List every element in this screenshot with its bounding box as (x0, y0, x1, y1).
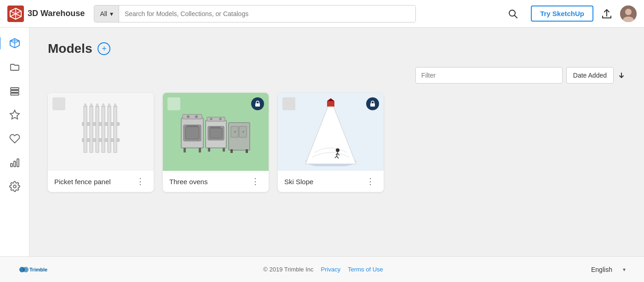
card-image-picket-fence (48, 93, 154, 171)
header: 3D Warehouse All ▾ Try SketchUp (0, 0, 644, 28)
svg-rect-15 (14, 161, 16, 167)
try-sketchup-button[interactable]: Try SketchUp (531, 6, 593, 22)
model-card-three-ovens[interactable]: Three ovens ⋮ (163, 93, 269, 192)
ski-slope-illustration (301, 97, 361, 166)
svg-point-44 (210, 118, 213, 120)
svg-marker-29 (108, 103, 111, 107)
avatar[interactable] (620, 6, 637, 22)
svg-marker-61 (327, 98, 334, 101)
date-added-button[interactable]: Date Added (566, 67, 614, 84)
card-thumbnail-placeholder (52, 97, 65, 110)
search-button[interactable] (502, 9, 523, 19)
card-title-ski-slope: Ski Slope (284, 178, 360, 186)
sidebar-item-liked[interactable] (5, 105, 25, 125)
card-menu-button-ski-slope[interactable]: ⋮ (363, 176, 377, 186)
footer-trimble: Trimble (18, 265, 55, 275)
three-ovens-illustration (179, 109, 253, 155)
card-menu-button-picket-fence[interactable]: ⋮ (133, 176, 147, 186)
model-card-ski-slope[interactable]: Ski Slope ⋮ (278, 93, 384, 192)
svg-rect-50 (223, 148, 225, 152)
sidebar-item-collections[interactable] (5, 57, 25, 77)
lock-badge-ski (366, 97, 379, 110)
svg-marker-23 (90, 103, 93, 107)
models-header: Models + (48, 41, 626, 56)
svg-point-69 (23, 267, 29, 272)
svg-marker-31 (114, 103, 117, 107)
sidebar-item-analytics[interactable] (5, 152, 25, 173)
card-image-three-ovens (163, 93, 269, 171)
svg-point-36 (195, 115, 198, 118)
svg-rect-49 (208, 148, 210, 152)
svg-point-35 (187, 115, 190, 118)
card-footer-three-ovens: Three ovens ⋮ (163, 171, 269, 192)
svg-rect-41 (199, 148, 201, 152)
star-icon (9, 109, 20, 120)
svg-rect-40 (184, 148, 186, 152)
svg-marker-25 (96, 103, 99, 107)
svg-rect-39 (186, 125, 198, 127)
sidebar-item-favorites[interactable] (5, 129, 25, 149)
sidebar-item-settings[interactable] (5, 176, 25, 197)
footer-center: © 2019 Trimble Inc Privacy Terms of Use (55, 266, 591, 273)
header-right: Try SketchUp (502, 6, 637, 22)
filter-input[interactable] (415, 67, 563, 84)
svg-marker-28 (108, 107, 111, 152)
sidebar-item-models[interactable] (5, 33, 25, 53)
model-card-picket-fence[interactable]: Picket fence panel ⋮ (48, 93, 154, 192)
svg-rect-60 (327, 101, 334, 107)
svg-rect-14 (11, 164, 12, 167)
svg-point-45 (219, 118, 222, 120)
trimble-logo: Trimble (18, 265, 55, 275)
svg-marker-24 (96, 107, 99, 152)
svg-rect-38 (185, 127, 199, 139)
content-area: Models + Date Added (29, 28, 644, 256)
svg-rect-47 (210, 128, 222, 138)
search-input[interactable] (119, 6, 415, 22)
main-layout: Models + Date Added (0, 28, 644, 256)
svg-point-55 (242, 131, 244, 133)
card-menu-button-three-ovens[interactable]: ⋮ (248, 176, 262, 186)
svg-marker-22 (90, 107, 93, 152)
card-thumbnail-placeholder-ovens (167, 97, 180, 110)
filter-row: Date Added (48, 67, 626, 84)
card-title-picket-fence: Picket fence panel (54, 178, 130, 186)
card-image-ski-slope (278, 93, 384, 171)
svg-rect-12 (11, 90, 19, 92)
gear-icon (9, 181, 20, 192)
svg-marker-21 (84, 103, 87, 107)
chevron-down-icon: ▾ (110, 10, 113, 17)
language-select[interactable]: English French German Spanish Japanese (591, 266, 619, 273)
terms-link[interactable]: Terms of Use (348, 266, 383, 273)
lock-icon (254, 101, 261, 107)
upload-button[interactable] (601, 8, 613, 20)
svg-rect-13 (11, 93, 19, 95)
page-title: Models (48, 41, 92, 56)
card-footer-ski-slope: Ski Slope ⋮ (278, 171, 384, 192)
svg-rect-56 (230, 149, 233, 153)
add-model-button[interactable]: + (98, 42, 110, 55)
lock-icon-ski (369, 101, 376, 107)
sort-arrow-button[interactable] (617, 71, 626, 79)
svg-marker-20 (84, 107, 87, 152)
logo-icon (7, 6, 24, 22)
folder-icon (9, 62, 20, 73)
sidebar-item-catalogs[interactable] (5, 81, 25, 101)
privacy-link[interactable]: Privacy (321, 266, 341, 273)
svg-rect-48 (210, 127, 221, 129)
cube-icon (9, 38, 20, 49)
lock-badge-ovens (251, 97, 264, 110)
svg-point-62 (336, 148, 339, 152)
logo-area: 3D Warehouse (7, 6, 85, 22)
cards-grid: Picket fence panel ⋮ (48, 93, 626, 192)
card-thumbnail-placeholder-ski (282, 97, 295, 110)
svg-point-17 (13, 185, 16, 188)
stack-icon (9, 85, 20, 96)
svg-rect-43 (207, 117, 225, 121)
search-filter-button[interactable]: All ▾ (94, 6, 119, 22)
svg-text:Trimble: Trimble (29, 267, 47, 272)
logo-text: 3D Warehouse (28, 9, 85, 18)
footer: Trimble © 2019 Trimble Inc Privacy Terms… (0, 256, 644, 282)
sidebar (0, 28, 29, 256)
heart-icon (9, 133, 20, 144)
picket-fence-illustration (80, 102, 121, 162)
